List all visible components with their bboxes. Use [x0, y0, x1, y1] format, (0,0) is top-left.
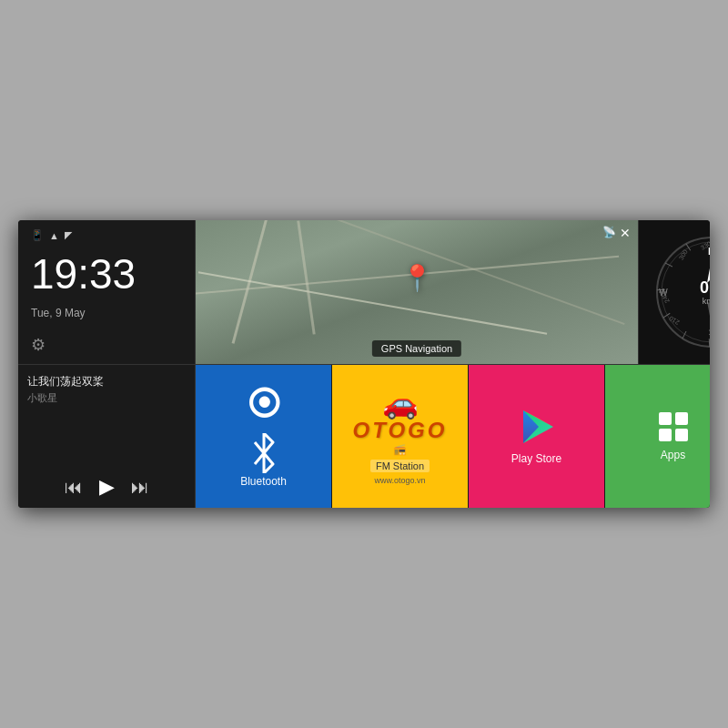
signal-icon: ◤	[65, 229, 72, 241]
svg-text:210: 210	[668, 315, 681, 326]
music-controls: ⏮ ▶ ⏭	[27, 475, 186, 499]
svg-text:S: S	[708, 328, 710, 338]
play-button[interactable]: ▶	[99, 475, 115, 499]
sim-icon: 📱	[31, 229, 44, 241]
bluetooth-icon: ⦿	[247, 385, 281, 424]
apps-cell-4	[675, 429, 688, 441]
clock-panel: 📱 ▲ ◤ 19:33 Tue, 9 May ⚙	[18, 220, 196, 364]
gps-signal: ✕	[620, 226, 631, 240]
next-button[interactable]: ⏭	[131, 477, 149, 498]
music-panel: 让我们荡起双桨 小歌星 ⏮ ▶ ⏭	[18, 365, 196, 508]
apps-cell-3	[659, 429, 672, 441]
speed-value: 0.0	[700, 279, 710, 296]
otogo-logo-area: 🚗 OTOGO 📻	[353, 389, 448, 456]
map-pin: 📍	[401, 263, 433, 293]
fm-label: FM Station	[370, 460, 430, 472]
settings-icon[interactable]: ⚙	[31, 335, 46, 355]
play-store-label: Play Store	[511, 452, 561, 465]
fm-panel[interactable]: 🚗 OTOGO 📻 FM Station www.otogo.vn	[332, 365, 469, 508]
apps-cell-1	[659, 412, 672, 425]
compass-speed-display: 0.0 km/h	[700, 279, 710, 306]
compass-container: N S E W 30 330 60 300 120 150 210	[652, 233, 711, 351]
apps-grid-icon	[659, 412, 688, 441]
apps-panel[interactable]: Apps	[605, 365, 710, 508]
svg-text:300: 300	[677, 248, 688, 261]
clock-date: Tue, 9 May	[31, 307, 182, 319]
top-row: 📱 ▲ ◤ 19:33 Tue, 9 May ⚙	[18, 220, 710, 364]
apps-cell-2	[675, 412, 688, 425]
main-content: 📱 ▲ ◤ 19:33 Tue, 9 May ⚙	[18, 220, 710, 508]
gps-signal2: 📡	[602, 226, 616, 238]
clock-time: 19:33	[31, 253, 182, 295]
otogo-car: 🚗	[353, 389, 448, 418]
settings-row[interactable]: ⚙	[31, 335, 182, 355]
fm-website: www.otogo.vn	[374, 476, 425, 485]
music-artist: 小歌星	[27, 391, 186, 405]
compass-panel: N S E W 30 330 60 300 120 150 210	[639, 220, 710, 364]
play-store-icon	[519, 409, 555, 445]
bottom-row: 让我们荡起双桨 小歌星 ⏮ ▶ ⏭ ⦿ Bluetooth	[18, 364, 710, 508]
bluetooth-panel[interactable]: ⦿ Bluetooth	[196, 365, 332, 508]
otogo-signal: 📻	[353, 443, 448, 456]
outer-container: 📱 ▲ ◤ 19:33 Tue, 9 May ⚙	[0, 0, 728, 728]
bluetooth-label: Bluetooth	[240, 475, 287, 488]
car-unit: 📱 ▲ ◤ 19:33 Tue, 9 May ⚙	[18, 220, 710, 508]
status-bar: 📱 ▲ ◤	[31, 229, 182, 241]
otogo-brand: OTOGO	[353, 418, 448, 443]
prev-button[interactable]: ⏮	[65, 477, 83, 498]
wifi-icon: ▲	[49, 230, 59, 241]
gps-label: GPS Navigation	[372, 340, 461, 357]
gps-panel[interactable]: 📍 GPS Navigation ✕ 📡	[196, 220, 639, 364]
play-store-panel[interactable]: Play Store	[469, 365, 605, 508]
apps-label: Apps	[661, 449, 685, 461]
music-title: 让我们荡起双桨	[27, 374, 186, 389]
speed-unit: km/h	[700, 297, 710, 306]
bt-symbol-svg	[250, 433, 278, 473]
